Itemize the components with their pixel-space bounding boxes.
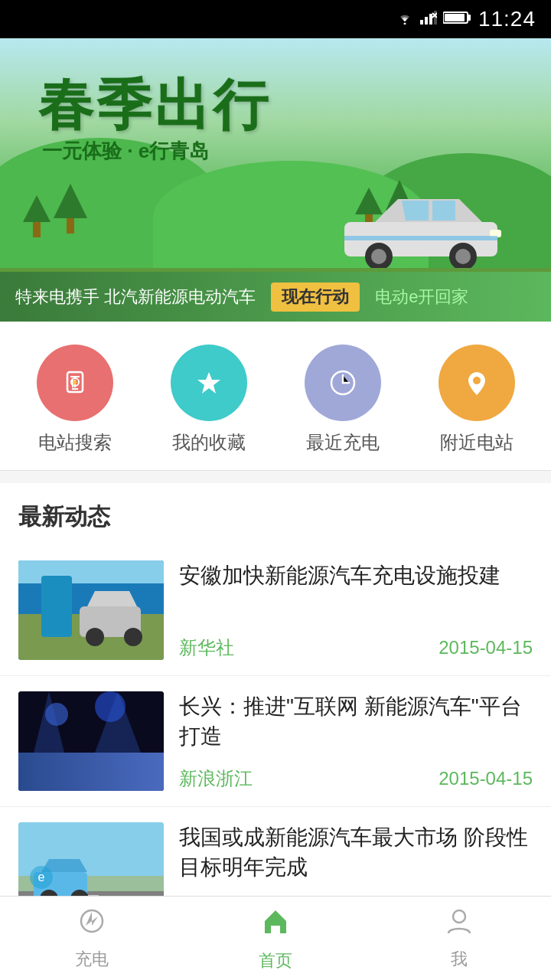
svg-text:⚡: ⚡ bbox=[71, 378, 79, 386]
svg-point-14 bbox=[455, 249, 471, 264]
svg-rect-36 bbox=[26, 756, 156, 783]
section-title: 最新动态 bbox=[18, 504, 110, 529]
station-search-icon: ⚡ bbox=[37, 345, 113, 421]
status-time: 11:24 bbox=[478, 7, 536, 31]
news-content-1: 安徽加快新能源汽车充电设施投建 新华社 2015-04-15 bbox=[179, 560, 533, 660]
svg-point-51 bbox=[453, 910, 465, 923]
svg-marker-20 bbox=[197, 372, 220, 394]
me-nav-label: 我 bbox=[451, 948, 468, 971]
nearby-station-icon bbox=[439, 345, 515, 421]
nav-home[interactable]: 首页 bbox=[184, 904, 367, 972]
svg-rect-16 bbox=[344, 236, 497, 240]
svg-rect-38 bbox=[34, 768, 110, 773]
news-source-1: 新华社 bbox=[179, 635, 234, 660]
news-meta-2: 新浪浙江 2015-04-15 bbox=[179, 766, 533, 791]
svg-point-29 bbox=[86, 628, 104, 646]
home-nav-label: 首页 bbox=[259, 949, 292, 972]
bottom-nav: 充电 首页 我 bbox=[0, 896, 551, 980]
svg-rect-9 bbox=[445, 14, 465, 21]
svg-point-0 bbox=[403, 23, 406, 25]
svg-rect-25 bbox=[49, 576, 72, 629]
station-search-label: 电站搜索 bbox=[38, 430, 112, 455]
nearby-station-label: 附近电站 bbox=[440, 430, 514, 455]
favorites-icon bbox=[171, 345, 247, 421]
charge-nav-icon bbox=[77, 906, 107, 943]
svg-rect-2 bbox=[425, 17, 428, 24]
news-source-2: 新浪浙江 bbox=[179, 766, 253, 791]
news-item-2[interactable]: 长兴：推进"互联网 新能源汽车"平台打造 新浪浙江 2015-04-15 bbox=[0, 676, 551, 807]
news-content-2: 长兴：推进"互联网 新能源汽车"平台打造 新浪浙江 2015-04-15 bbox=[179, 691, 533, 791]
news-date-2: 2015-04-15 bbox=[439, 768, 533, 789]
svg-text:e: e bbox=[38, 871, 45, 884]
news-title-2: 长兴：推进"互联网 新能源汽车"平台打造 bbox=[179, 691, 533, 751]
quick-item-station-search[interactable]: ⚡ 电站搜索 bbox=[37, 345, 113, 455]
svg-point-12 bbox=[371, 249, 386, 264]
recent-charge-icon bbox=[305, 345, 381, 421]
news-thumb-1 bbox=[18, 560, 164, 660]
favorites-label: 我的收藏 bbox=[172, 430, 246, 455]
signal-icon bbox=[420, 9, 437, 29]
banner: 春季出行 一元体验 · e行青岛 特来电携手 北汽新能源电动汽车 现在行动 电动… bbox=[0, 38, 551, 322]
svg-rect-26 bbox=[53, 580, 68, 603]
banner-subtitle: 一元体验 · e行青岛 bbox=[42, 138, 209, 165]
banner-bottom-text2: 电动e开回家 bbox=[375, 286, 468, 309]
charge-nav-label: 充电 bbox=[75, 948, 109, 971]
svg-rect-3 bbox=[429, 14, 432, 24]
banner-bottom: 特来电携手 北汽新能源电动汽车 现在行动 电动e开回家 bbox=[0, 272, 551, 322]
home-nav-icon bbox=[259, 904, 292, 945]
news-title-3: 我国或成新能源汽车最大市场 阶段性目标明年完成 bbox=[179, 822, 533, 882]
quick-access: ⚡ 电站搜索 我的收藏 最近充电 附近电站 bbox=[0, 322, 551, 471]
quick-item-nearby-station[interactable]: 附近电站 bbox=[439, 345, 515, 455]
news-item-1[interactable]: 安徽加快新能源汽车充电设施投建 新华社 2015-04-15 bbox=[0, 545, 551, 676]
svg-point-22 bbox=[473, 377, 481, 384]
news-thumb-2 bbox=[18, 691, 164, 791]
news-list: 安徽加快新能源汽车充电设施投建 新华社 2015-04-15 bbox=[0, 545, 551, 938]
quick-item-favorites[interactable]: 我的收藏 bbox=[171, 345, 247, 455]
news-meta-1: 新华社 2015-04-15 bbox=[179, 635, 533, 660]
banner-bottom-badge: 现在行动 bbox=[271, 283, 360, 312]
svg-rect-37 bbox=[34, 760, 95, 765]
battery-icon bbox=[443, 11, 472, 28]
car-image bbox=[337, 184, 505, 268]
nav-charge[interactable]: 充电 bbox=[0, 906, 184, 971]
status-icons: 11:24 bbox=[396, 7, 536, 31]
news-title-1: 安徽加快新能源汽车充电设施投建 bbox=[179, 560, 533, 590]
svg-rect-31 bbox=[18, 560, 164, 583]
recent-charge-label: 最近充电 bbox=[306, 430, 380, 455]
svg-rect-8 bbox=[468, 15, 471, 21]
nav-me[interactable]: 我 bbox=[367, 906, 551, 971]
quick-item-recent-charge[interactable]: 最近充电 bbox=[305, 345, 381, 455]
banner-title: 春季出行 bbox=[38, 69, 271, 142]
svg-rect-27 bbox=[55, 606, 66, 622]
svg-rect-33 bbox=[18, 753, 164, 791]
me-nav-icon bbox=[444, 906, 474, 943]
section-header: 最新动态 bbox=[0, 483, 551, 545]
banner-bottom-text1: 特来电携手 北汽新能源电动汽车 bbox=[15, 286, 256, 309]
status-bar: 11:24 bbox=[0, 0, 551, 38]
svg-point-30 bbox=[124, 628, 142, 646]
svg-rect-1 bbox=[420, 20, 423, 24]
news-date-1: 2015-04-15 bbox=[439, 637, 533, 658]
wifi-icon bbox=[396, 9, 414, 29]
